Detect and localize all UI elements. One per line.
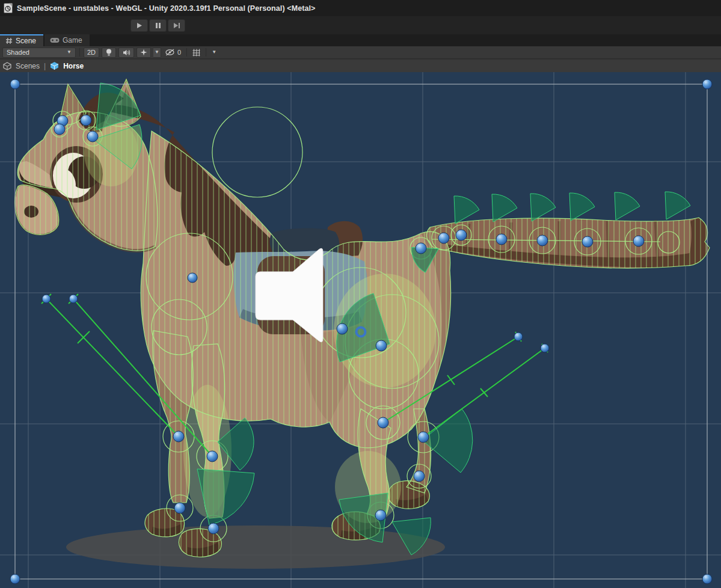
pause-button[interactable] bbox=[149, 19, 167, 32]
unity-app-icon bbox=[4, 3, 13, 13]
tab-scene-label: Scene bbox=[16, 37, 36, 45]
shading-mode-label: Shaded bbox=[7, 49, 29, 56]
collider-gizmos bbox=[12, 78, 713, 565]
scene-audio-button[interactable] bbox=[118, 47, 134, 58]
divider bbox=[186, 48, 187, 57]
2d-label: 2D bbox=[87, 49, 96, 56]
breadcrumb-object[interactable]: Horse bbox=[63, 62, 84, 70]
view-tab-bar: Scene Game bbox=[0, 34, 721, 46]
chevron-down-icon: ▼ bbox=[212, 50, 216, 55]
step-button[interactable] bbox=[168, 19, 185, 32]
scene-viewport[interactable] bbox=[0, 72, 721, 588]
rect-corner-handle bbox=[702, 574, 712, 584]
step-icon bbox=[173, 22, 180, 29]
scene-view-toolbar: Shaded ▼ 2D ▼ 0 bbox=[0, 46, 721, 59]
lightbulb-icon bbox=[106, 49, 112, 57]
hidden-gizmos-toggle[interactable]: 0 bbox=[164, 47, 183, 58]
playback-controls bbox=[130, 19, 185, 32]
grid-hash-icon bbox=[5, 37, 13, 44]
ground-shadow bbox=[66, 525, 445, 569]
scene-canvas[interactable] bbox=[0, 72, 721, 588]
rect-corner-handle bbox=[10, 79, 20, 89]
spring-anchor-handle bbox=[42, 295, 51, 303]
play-icon bbox=[136, 22, 143, 29]
chevron-down-icon: ▼ bbox=[67, 50, 72, 55]
toolbar-playback bbox=[0, 16, 721, 34]
grid-settings-dropdown[interactable]: ▼ bbox=[210, 47, 222, 58]
rect-corner-handle bbox=[702, 79, 712, 89]
spring-anchor-handle bbox=[69, 295, 78, 303]
play-button[interactable] bbox=[130, 19, 148, 32]
toggle-2d-button[interactable]: 2D bbox=[84, 47, 99, 58]
tab-scene[interactable]: Scene bbox=[0, 34, 43, 46]
audio-speaker-icon bbox=[123, 49, 130, 56]
gamepad-icon bbox=[50, 37, 60, 43]
scene-effects-button[interactable] bbox=[137, 47, 151, 58]
divider bbox=[206, 48, 206, 57]
tab-game[interactable]: Game bbox=[44, 34, 90, 46]
window-title: SampleScene - unstables - WebGL - Unity … bbox=[17, 4, 316, 13]
unity-editor-window: SampleScene - unstables - WebGL - Unity … bbox=[0, 0, 721, 588]
shading-mode-dropdown[interactable]: Shaded ▼ bbox=[2, 47, 76, 58]
grid-icon bbox=[192, 49, 200, 57]
effects-star-icon bbox=[140, 49, 147, 56]
spring-anchor-handle bbox=[541, 344, 549, 352]
breadcrumb-separator: | bbox=[44, 62, 46, 70]
spring-anchor-handle bbox=[514, 332, 523, 341]
breadcrumb: Scenes | Horse bbox=[0, 59, 721, 72]
tab-game-label: Game bbox=[63, 36, 82, 44]
prefab-cube-icon bbox=[50, 61, 59, 70]
breadcrumb-scenes[interactable]: Scenes bbox=[16, 62, 40, 70]
scene-effects-dropdown[interactable]: ▼ bbox=[153, 47, 161, 58]
rect-corner-handle bbox=[10, 574, 20, 584]
hidden-gizmos-count: 0 bbox=[177, 49, 181, 56]
chevron-down-icon: ▼ bbox=[155, 50, 159, 55]
grid-visibility-button[interactable] bbox=[191, 47, 202, 58]
divider bbox=[79, 48, 80, 57]
unity-cube-icon bbox=[3, 62, 11, 70]
eye-slash-icon bbox=[165, 49, 176, 56]
title-bar: SampleScene - unstables - WebGL - Unity … bbox=[0, 0, 721, 16]
pause-icon bbox=[155, 22, 161, 29]
scene-lighting-button[interactable] bbox=[102, 47, 116, 58]
